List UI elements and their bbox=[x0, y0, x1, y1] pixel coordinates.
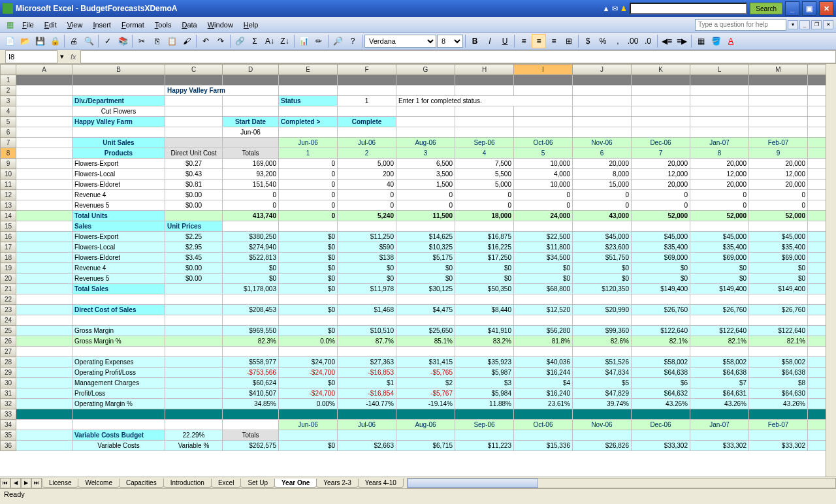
cell[interactable] bbox=[223, 75, 279, 86]
cell[interactable] bbox=[279, 86, 338, 96]
cell[interactable] bbox=[16, 169, 72, 180]
cell[interactable]: Management Charges bbox=[72, 378, 165, 388]
cell[interactable] bbox=[690, 117, 749, 127]
cell[interactable]: $69,000 bbox=[690, 253, 749, 263]
borders-icon[interactable]: ▦ bbox=[694, 34, 708, 48]
cell[interactable] bbox=[632, 409, 690, 420]
open-icon[interactable]: 📂 bbox=[18, 34, 32, 48]
cell[interactable] bbox=[16, 378, 72, 388]
hyperlink-icon[interactable]: 🔗 bbox=[233, 34, 247, 48]
cell[interactable]: 2 bbox=[338, 148, 396, 159]
row-header-18[interactable]: 18 bbox=[1, 253, 16, 263]
column-header-A[interactable]: A bbox=[16, 65, 72, 75]
cell[interactable]: 12,000 bbox=[749, 169, 808, 180]
cell[interactable] bbox=[573, 127, 632, 138]
cell[interactable] bbox=[632, 347, 690, 357]
cell[interactable] bbox=[808, 96, 826, 106]
messenger-icon[interactable]: ♟ bbox=[620, 5, 627, 13]
cell[interactable] bbox=[279, 221, 338, 232]
cell[interactable]: $120,350 bbox=[573, 284, 632, 294]
cell[interactable] bbox=[573, 117, 632, 127]
cell[interactable]: 0 bbox=[573, 190, 632, 200]
print-preview-icon[interactable]: 🔍 bbox=[82, 34, 96, 48]
cell[interactable] bbox=[396, 106, 455, 117]
cell[interactable]: $0 bbox=[279, 326, 338, 336]
cell[interactable]: $45,000 bbox=[749, 232, 808, 242]
cell[interactable] bbox=[165, 315, 223, 326]
cell[interactable]: $41,910 bbox=[455, 326, 514, 336]
cell[interactable] bbox=[165, 305, 223, 315]
research-icon[interactable]: 📚 bbox=[116, 34, 130, 48]
cell[interactable]: 20,000 bbox=[808, 180, 826, 190]
row-header-10[interactable]: 10 bbox=[1, 169, 16, 180]
cell[interactable]: $8 bbox=[749, 378, 808, 388]
cell[interactable]: 8 bbox=[690, 148, 749, 159]
cell[interactable]: $16,240 bbox=[514, 388, 573, 399]
cell[interactable]: $0.27 bbox=[165, 159, 223, 169]
cell[interactable]: 43.26% bbox=[749, 399, 808, 409]
cell[interactable] bbox=[16, 180, 72, 190]
cell[interactable]: $590 bbox=[338, 242, 396, 253]
cell[interactable]: Profit/Loss bbox=[72, 388, 165, 399]
cell[interactable]: 0 bbox=[396, 200, 455, 211]
column-header-N[interactable]: N bbox=[808, 65, 826, 75]
cell[interactable]: $12,520 bbox=[514, 305, 573, 315]
cell[interactable]: -$24,700 bbox=[279, 388, 338, 399]
cell[interactable] bbox=[16, 347, 72, 357]
cell[interactable]: $35,400 bbox=[690, 242, 749, 253]
cell[interactable]: $30,125 bbox=[396, 284, 455, 294]
name-box-dropdown[interactable]: ▾ bbox=[57, 52, 67, 61]
cell[interactable]: Revenue 4 bbox=[72, 263, 165, 274]
row-header-2[interactable]: 2 bbox=[1, 86, 16, 96]
cell[interactable]: $0 bbox=[749, 263, 808, 274]
cell[interactable]: $0 bbox=[396, 274, 455, 284]
cell[interactable] bbox=[573, 221, 632, 232]
cell[interactable] bbox=[808, 127, 826, 138]
cell[interactable]: 12,000 bbox=[632, 169, 690, 180]
cell[interactable]: $0.43 bbox=[165, 169, 223, 180]
bold-icon[interactable]: B bbox=[468, 34, 482, 48]
cell[interactable] bbox=[749, 96, 808, 106]
sort-asc-icon[interactable]: A↓ bbox=[263, 34, 277, 48]
cell[interactable]: 5,000 bbox=[338, 159, 396, 169]
row-header-13[interactable]: 13 bbox=[1, 200, 16, 211]
cell[interactable] bbox=[514, 127, 573, 138]
cell[interactable]: $47,834 bbox=[573, 368, 632, 378]
menu-edit[interactable]: Edit bbox=[39, 20, 62, 30]
cell[interactable] bbox=[16, 86, 72, 96]
cell[interactable]: 85.1% bbox=[396, 336, 455, 347]
cell[interactable] bbox=[338, 127, 396, 138]
print-icon[interactable]: 🖨 bbox=[67, 34, 81, 48]
cell[interactable] bbox=[165, 368, 223, 378]
cell[interactable]: 0 bbox=[690, 200, 749, 211]
cell[interactable] bbox=[338, 347, 396, 357]
sheet-tab-years-4-10[interactable]: Years 4-10 bbox=[358, 479, 404, 488]
cell[interactable] bbox=[514, 409, 573, 420]
cell[interactable]: $69,000 bbox=[632, 253, 690, 263]
cell[interactable]: Happy Valley Farm bbox=[72, 117, 165, 127]
cell[interactable] bbox=[279, 294, 338, 305]
font-color-icon[interactable]: A bbox=[724, 34, 738, 48]
increase-decimal-icon[interactable]: .00 bbox=[626, 34, 640, 48]
cell[interactable] bbox=[808, 221, 826, 232]
cell[interactable] bbox=[514, 294, 573, 305]
maximize-button[interactable]: ▣ bbox=[802, 1, 816, 16]
cell[interactable]: $0 bbox=[514, 263, 573, 274]
column-header-G[interactable]: G bbox=[396, 65, 455, 75]
cell[interactable] bbox=[223, 106, 279, 117]
cell[interactable]: 9 bbox=[749, 148, 808, 159]
cell[interactable]: 7 bbox=[632, 148, 690, 159]
cell[interactable]: $149,400 bbox=[690, 284, 749, 294]
row-header-17[interactable]: 17 bbox=[1, 242, 16, 253]
cell[interactable] bbox=[165, 378, 223, 388]
row-header-11[interactable]: 11 bbox=[1, 180, 16, 190]
cell[interactable]: -$16,854 bbox=[338, 388, 396, 399]
cell[interactable]: Total Units bbox=[72, 211, 165, 221]
sheet-tab-year-one[interactable]: Year One bbox=[274, 479, 317, 488]
cell[interactable]: $0 bbox=[632, 263, 690, 274]
cell[interactable]: Mar-07 bbox=[808, 420, 826, 430]
cell[interactable]: -19.14% bbox=[396, 399, 455, 409]
cell[interactable] bbox=[165, 284, 223, 294]
cell[interactable]: $45,000 bbox=[690, 232, 749, 242]
cell[interactable]: $969,550 bbox=[223, 326, 279, 336]
